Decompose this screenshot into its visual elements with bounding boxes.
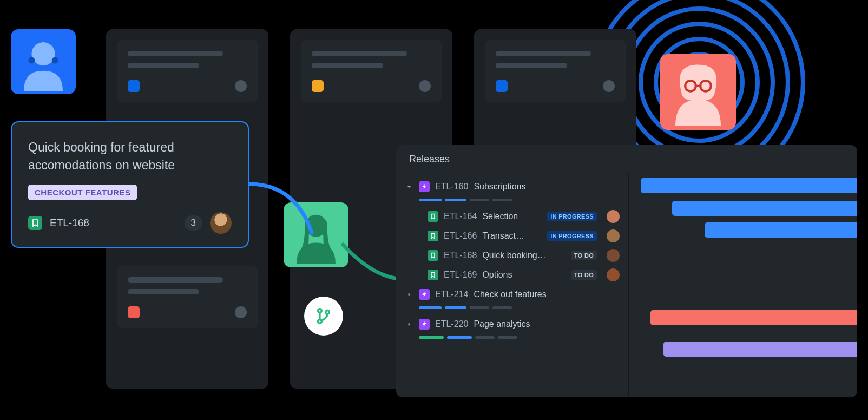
releases-tree: ETL-160SubscriptionsETL-164SelectionIN P… <box>396 173 629 397</box>
releases-timeline[interactable] <box>629 173 857 397</box>
epic-row[interactable]: ETL-214Check out features <box>396 284 628 309</box>
releases-title: Releases <box>396 145 857 173</box>
avatar-tile-green <box>284 202 348 267</box>
issue-key: ETL-214 <box>435 290 468 299</box>
story-row[interactable]: ETL-166Transact…IN PROGRESS <box>396 225 628 245</box>
status-badge[interactable]: IN PROGRESS <box>547 231 597 241</box>
issue-type-icon <box>312 80 324 92</box>
issue-type-icon <box>128 80 140 92</box>
assignee-avatar[interactable] <box>210 212 232 234</box>
issue-title: Page analytics <box>474 319 530 329</box>
story-row[interactable]: ETL-169OptionsTO DO <box>396 264 628 284</box>
story-icon <box>428 211 438 222</box>
issue-key: ETL-164 <box>444 212 477 221</box>
releases-panel: Releases ETL-160SubscriptionsETL-164Sele… <box>396 145 857 397</box>
status-badge[interactable]: TO DO <box>571 251 597 260</box>
svg-point-2 <box>52 57 58 64</box>
assignee-avatar[interactable] <box>607 210 620 223</box>
issue-title: Quick booking for featured accomodations… <box>28 139 232 175</box>
issue-title: Check out features <box>474 290 546 299</box>
status-badge[interactable]: IN PROGRESS <box>547 212 597 221</box>
timeline-bar[interactable] <box>672 201 857 216</box>
avatar-tile-blue <box>11 29 76 94</box>
epic-tag[interactable]: CHECKOUT FEATURES <box>28 185 137 200</box>
issue-title: Options <box>482 270 512 280</box>
svg-point-0 <box>31 42 55 65</box>
timeline-bar[interactable] <box>650 310 857 325</box>
timeline-bar[interactable] <box>641 178 857 193</box>
story-row[interactable]: ETL-164SelectionIN PROGRESS <box>396 206 628 225</box>
board-card[interactable] <box>301 40 442 102</box>
issue-type-icon <box>128 306 140 318</box>
epic-icon <box>419 181 430 192</box>
avatar <box>603 80 615 92</box>
attachment-count: 3 <box>185 215 202 231</box>
assignee-avatar[interactable] <box>607 229 620 242</box>
story-icon <box>28 216 42 230</box>
story-icon <box>428 231 438 241</box>
assignee-avatar[interactable] <box>607 268 620 281</box>
issue-title: Transact… <box>482 231 524 241</box>
svg-point-1 <box>28 57 35 64</box>
board-card[interactable] <box>485 40 626 102</box>
issue-key: ETL-160 <box>435 182 468 192</box>
avatar <box>235 306 247 318</box>
timeline-bar[interactable] <box>705 222 857 238</box>
issue-title: Subscriptions <box>474 182 525 192</box>
issue-key: ETL-220 <box>435 319 468 329</box>
git-branch-icon <box>304 297 343 336</box>
avatar-tile-red <box>660 54 736 130</box>
story-row[interactable]: ETL-168Quick booking…TO DO <box>396 245 628 264</box>
issue-type-icon <box>496 80 508 92</box>
story-icon <box>428 270 438 280</box>
timeline-bar[interactable] <box>663 342 857 357</box>
issue-key: ETL-169 <box>444 270 477 280</box>
epic-row[interactable]: ETL-160Subscriptions <box>396 176 628 201</box>
board-card[interactable] <box>117 266 258 328</box>
issue-key: ETL-166 <box>444 231 477 241</box>
issue-card-featured[interactable]: Quick booking for featured accomodations… <box>11 121 249 248</box>
story-icon <box>428 250 438 261</box>
epic-icon <box>419 319 430 330</box>
board-card[interactable] <box>117 40 258 102</box>
issue-title: Quick booking… <box>482 251 545 260</box>
issue-title: Selection <box>482 212 518 221</box>
epic-icon <box>419 289 430 300</box>
avatar <box>235 80 247 92</box>
status-badge[interactable]: TO DO <box>571 270 597 280</box>
avatar <box>419 80 431 92</box>
assignee-avatar[interactable] <box>607 249 620 262</box>
issue-key: ETL-168 <box>444 251 477 260</box>
epic-row[interactable]: ETL-220Page analytics <box>396 313 628 339</box>
issue-key[interactable]: ETL-168 <box>50 217 89 229</box>
